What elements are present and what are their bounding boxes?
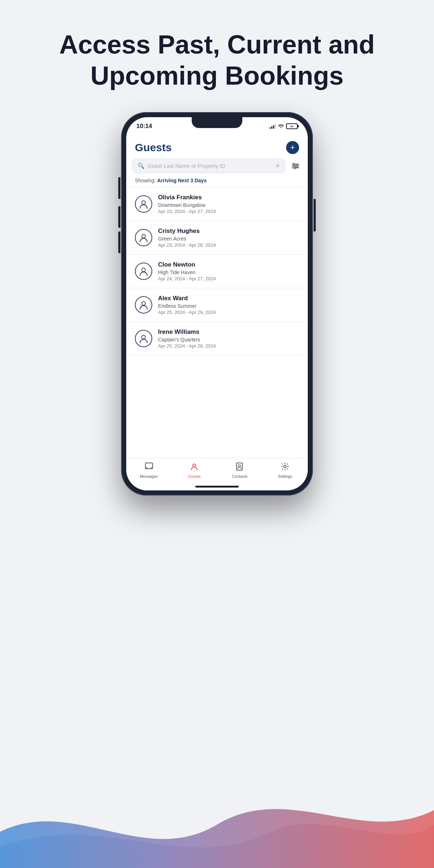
nav-item-messages[interactable]: Messages [138,463,160,478]
guest-list-item[interactable]: Cloe Newton High Tide Haven Apr 24, 2024… [126,255,308,288]
guest-name: Olivia Frankies [158,194,299,201]
svg-point-6 [142,201,145,204]
guest-property: Green Acres [158,236,299,242]
guest-list-item[interactable]: Irene Williams Captain's Quarters Apr 25… [126,322,308,356]
search-icon: 🔍 [137,162,145,169]
wifi-icon [278,124,284,129]
nav-icon-messages [145,463,153,473]
nav-item-guests[interactable]: Guests [183,463,205,478]
guest-property: Captain's Quarters [158,337,299,342]
guest-info: Alex Ward Endless Summer Apr 25, 2024 - … [158,295,299,315]
nav-item-settings[interactable]: Settings [274,463,296,478]
heading-line1: Access Past, Current and [59,30,375,59]
guest-avatar [135,229,152,246]
guest-info: Irene Williams Captain's Quarters Apr 25… [158,328,299,349]
signal-icon [269,124,276,129]
clear-search-icon[interactable]: ✕ [275,162,280,169]
status-icons: 41 [269,123,298,129]
nav-label-guests: Guests [188,474,201,478]
app-title: Guests [135,141,172,154]
guest-avatar [135,263,152,280]
guest-property: High Tide Haven [158,269,299,275]
heading-line2: Upcoming Bookings [90,61,344,90]
guest-name: Cloe Newton [158,261,299,268]
filter-button[interactable] [289,159,302,173]
nav-item-contacts[interactable]: Contacts [229,463,251,478]
svg-point-10 [142,335,145,339]
svg-point-8 [142,268,145,272]
background-wave [0,767,434,868]
guest-list-item[interactable]: Alex Ward Endless Summer Apr 25, 2024 - … [126,288,308,322]
guest-name: Cristy Hughes [158,227,299,235]
phone-frame: 10:14 41 [121,112,313,495]
nav-icon-settings [281,463,289,473]
nav-label-contacts: Contacts [232,474,247,478]
guest-dates: Apr 25, 2024 - Apr 29, 2024 [158,310,299,315]
nav-label-messages: Messages [140,474,158,478]
nav-label-settings: Settings [278,474,292,478]
guest-dates: Apr 25, 2024 - Apr 28, 2024 [158,343,299,349]
nav-icon-contacts [236,463,244,473]
home-indicator [195,486,239,488]
guest-list-item[interactable]: Cristy Hughes Green Acres Apr 23, 2024 -… [126,221,308,255]
svg-point-9 [142,302,145,305]
app-content: Guests + 🔍 Guest Last Name or Property I… [126,135,308,458]
search-input[interactable]: Guest Last Name or Property ID [148,163,272,169]
svg-point-12 [193,464,196,467]
svg-point-5 [294,167,296,169]
guest-property: Downtown Bungalow [158,202,299,208]
guest-info: Cloe Newton High Tide Haven Apr 24, 2024… [158,261,299,281]
guest-info: Olivia Frankies Downtown Bungalow Apr 23… [158,194,299,214]
guest-name: Irene Williams [158,328,299,336]
showing-label: Showing: Arriving Next 3 Days [126,178,308,187]
svg-point-14 [238,465,241,467]
guest-dates: Apr 23, 2024 - Apr 26, 2024 [158,242,299,248]
guest-name: Alex Ward [158,295,299,302]
guest-list-item[interactable]: Olivia Frankies Downtown Bungalow Apr 23… [126,187,308,221]
guest-list: Olivia Frankies Downtown Bungalow Apr 23… [126,187,308,356]
svg-point-3 [293,163,295,165]
app-header: Guests + [126,135,308,158]
nav-icon-guests [190,463,198,473]
guest-avatar [135,330,152,347]
svg-point-15 [284,465,286,468]
guest-avatar [135,195,152,213]
svg-point-4 [296,165,298,167]
phone-screen: 10:14 41 [126,117,308,490]
search-container: 🔍 Guest Last Name or Property ID ✕ [126,158,308,178]
battery-icon: 41 [286,123,298,129]
svg-point-7 [142,234,145,238]
guest-dates: Apr 23, 2024 - Apr 27, 2024 [158,209,299,214]
add-guest-button[interactable]: + [286,141,299,154]
status-time: 10:14 [136,123,152,130]
page-heading: Access Past, Current and Upcoming Bookin… [0,29,434,92]
guest-avatar [135,296,152,314]
guest-dates: Apr 24, 2024 - Apr 27, 2024 [158,276,299,281]
guest-info: Cristy Hughes Green Acres Apr 23, 2024 -… [158,227,299,248]
guest-property: Endless Summer [158,303,299,309]
search-bar[interactable]: 🔍 Guest Last Name or Property ID ✕ [132,158,285,173]
phone-notch [192,117,242,128]
